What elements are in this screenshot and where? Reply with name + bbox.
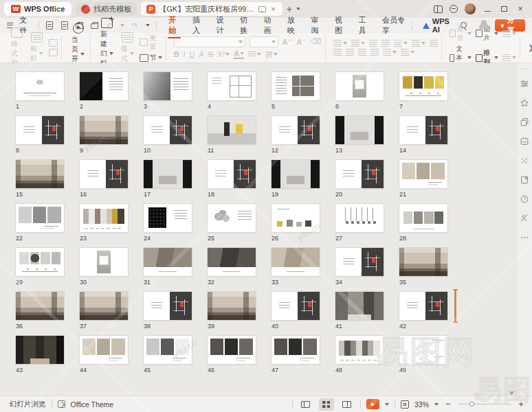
slide-thumbnail[interactable]	[208, 72, 256, 100]
reset-button[interactable]: 重置	[140, 34, 162, 52]
slide-thumbnail[interactable]	[80, 336, 128, 364]
split-view-icon[interactable]	[434, 5, 443, 13]
properties-tune-icon[interactable]	[519, 78, 529, 89]
slide-thumbnail[interactable]	[208, 292, 256, 320]
normal-view-button[interactable]	[298, 398, 313, 411]
scrollbar-down-arrow-icon[interactable]	[509, 391, 514, 395]
bullet-list-button[interactable]	[333, 40, 347, 47]
slide-thumbnail[interactable]	[335, 160, 384, 188]
export-button[interactable]	[60, 21, 69, 30]
cloud-sync-icon[interactable]	[479, 23, 489, 29]
collapse-toolbar-chevron-icon[interactable]: ❯	[529, 35, 532, 60]
slide-thumbnail[interactable]	[335, 248, 384, 276]
tab-design[interactable]: 设计	[215, 13, 228, 38]
tab-slideshow[interactable]: 放映	[287, 13, 300, 38]
slide-thumbnail[interactable]	[144, 292, 192, 320]
vertical-text-button[interactable]	[412, 40, 425, 47]
zoom-chevron-icon[interactable]	[434, 403, 439, 406]
slide-thumbnail[interactable]	[335, 116, 384, 144]
home-tab[interactable]: W WPS Office	[4, 2, 71, 16]
align-center-icon[interactable]	[346, 49, 354, 56]
quick-style-button[interactable]	[502, 54, 516, 61]
tab-home[interactable]: 开始	[168, 13, 181, 38]
tab-tools[interactable]: 工具	[358, 13, 371, 38]
slide-thumbnail[interactable]	[208, 116, 256, 144]
slide-thumbnail[interactable]	[335, 204, 384, 232]
zoom-in-button[interactable]: +	[517, 399, 525, 409]
slide-thumbnail[interactable]	[16, 336, 64, 364]
line-spacing-button[interactable]	[383, 49, 397, 56]
user-avatar[interactable]	[465, 3, 476, 14]
minimize-button[interactable]	[483, 4, 492, 14]
slide-thumbnail[interactable]	[16, 292, 64, 320]
tab-transitions[interactable]: 切换	[239, 13, 252, 38]
feedback-icon[interactable]	[519, 213, 529, 223]
zoom-level[interactable]: 33%	[414, 400, 429, 409]
tab-member[interactable]: 会员专享	[381, 13, 406, 38]
notebook-icon[interactable]	[519, 174, 529, 185]
tools-wand-icon[interactable]	[519, 155, 529, 165]
phonetic-guide-button[interactable]: 拼	[265, 49, 278, 60]
slideshow-play-button[interactable]	[366, 399, 379, 409]
slide-thumbnail[interactable]	[208, 204, 256, 232]
slide-thumbnail[interactable]	[16, 160, 64, 188]
more-options-icon[interactable]	[519, 232, 529, 242]
slide-thumbnail[interactable]	[271, 160, 320, 188]
increase-font-button[interactable]: A⁺	[282, 37, 293, 46]
decrease-font-button[interactable]: A⁻	[296, 37, 307, 46]
slide-thumbnail[interactable]	[335, 336, 384, 364]
cut-icon[interactable]	[49, 39, 58, 47]
slide-thumbnail[interactable]	[80, 72, 128, 100]
convert-smartart-icon[interactable]	[430, 40, 438, 47]
slide-thumbnail[interactable]	[208, 336, 256, 364]
quickbar-chevron-icon[interactable]	[146, 24, 150, 27]
tab-view[interactable]: 视图	[334, 13, 347, 38]
slide-thumbnail[interactable]	[208, 160, 256, 188]
slide-thumbnail[interactable]	[271, 248, 320, 276]
underline-button[interactable]: U	[190, 50, 195, 58]
undo-chevron-icon[interactable]	[120, 24, 124, 27]
slide-sorter-view-button[interactable]	[319, 398, 334, 411]
format-painter-button[interactable]: 格式刷	[9, 27, 25, 68]
numbered-list-button[interactable]	[351, 40, 365, 47]
slide-thumbnail[interactable]	[80, 160, 128, 188]
search-icon[interactable]	[460, 21, 467, 30]
slide-thumbnail[interactable]	[16, 204, 64, 232]
text-direction-button[interactable]	[394, 40, 408, 47]
slide-thumbnail[interactable]	[399, 72, 447, 100]
slide-thumbnail[interactable]	[80, 204, 128, 232]
slide-thumbnail[interactable]	[399, 160, 447, 188]
slide-thumbnail[interactable]	[144, 72, 192, 100]
save-button[interactable]	[45, 21, 54, 30]
tab-insert[interactable]: 插入	[192, 13, 205, 38]
tab-review[interactable]: 审阅	[310, 13, 323, 38]
slide-thumbnail[interactable]	[144, 116, 192, 144]
reading-view-button[interactable]	[340, 398, 355, 411]
decrease-indent-icon[interactable]	[369, 40, 377, 47]
zoom-out-button[interactable]: −	[444, 399, 452, 409]
fit-to-window-icon[interactable]	[401, 400, 409, 409]
fill-color-button[interactable]	[502, 30, 516, 37]
zoom-slider[interactable]	[458, 404, 511, 405]
slide-thumbnail[interactable]	[399, 248, 447, 276]
docer-template-tab[interactable]: 找稻壳模板	[76, 2, 137, 16]
slide-thumbnail[interactable]	[399, 204, 447, 232]
slide-thumbnail[interactable]	[399, 292, 447, 320]
slide-thumbnail[interactable]	[144, 204, 192, 232]
font-color-button[interactable]: A	[234, 49, 244, 59]
highlight-color-button[interactable]	[248, 52, 261, 57]
bold-button[interactable]: B	[174, 50, 179, 58]
resource-badge-icon[interactable]	[519, 136, 529, 146]
zoom-slider-knob[interactable]	[469, 402, 474, 407]
print-preview-button[interactable]	[90, 21, 99, 30]
close-window-button[interactable]: ×	[516, 4, 525, 14]
paragraph-settings-button[interactable]	[401, 49, 414, 56]
slide-thumbnail[interactable]	[399, 336, 447, 364]
play-options-chevron-icon[interactable]	[385, 403, 389, 406]
clear-format-icon[interactable]: ⌫	[311, 37, 322, 46]
slide-thumbnail[interactable]	[335, 292, 384, 320]
char-spacing-button[interactable]: A	[199, 50, 203, 58]
favorites-star-icon[interactable]	[519, 98, 529, 108]
section-button[interactable]: 节	[140, 54, 162, 62]
slide-thumbnail[interactable]	[16, 116, 64, 144]
